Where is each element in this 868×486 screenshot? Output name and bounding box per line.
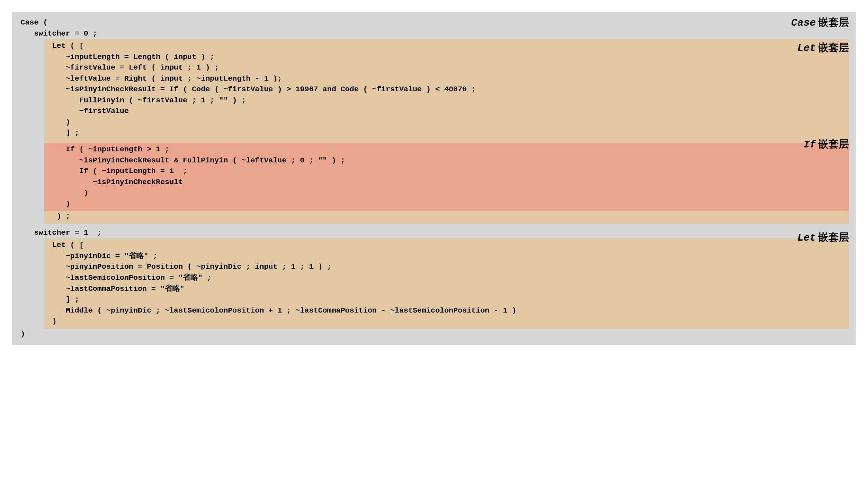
code-line: ~inputLength = Length ( input ) ; bbox=[44, 52, 849, 63]
code-line: ) bbox=[44, 199, 849, 210]
let-block-1: Let ( [ ~inputLength = Length ( input ) … bbox=[44, 39, 849, 224]
if-keyword: If bbox=[804, 139, 816, 151]
code-line: ~leftValue = Right ( input ; ~inputLengt… bbox=[44, 73, 849, 85]
let1-nesting-label: Let嵌套层 bbox=[797, 40, 849, 56]
let2-nesting-label: Let嵌套层 bbox=[797, 230, 849, 246]
code-line: ) bbox=[44, 188, 849, 199]
code-line: FullPinyin ( ~firstValue ; 1 ; "" ) ; bbox=[44, 95, 849, 106]
code-line: Middle ( ~pinyinDic ; ~lastSemicolonPosi… bbox=[44, 305, 849, 316]
code-line: If ( ~inputLength = 1 ; bbox=[44, 166, 849, 177]
code-line: ~pinyinDic = "省略" ; bbox=[44, 251, 849, 262]
code-line: ~pinyinPosition = Position ( ~pinyinDic … bbox=[44, 262, 849, 273]
code-line: ~firstValue = Left ( input ; 1 ) ; bbox=[44, 62, 849, 73]
code-line: Let ( [ bbox=[44, 240, 849, 251]
if-cn: 嵌套层 bbox=[818, 138, 849, 150]
code-line: Case ( bbox=[19, 17, 849, 28]
let2-keyword: Let bbox=[797, 232, 816, 244]
if-nesting-label: If嵌套层 bbox=[804, 137, 849, 153]
code-line: ~lastCommaPosition = "省略" bbox=[44, 284, 849, 295]
let1-cn: 嵌套层 bbox=[818, 41, 849, 53]
code-line: switcher = 0 ; bbox=[19, 28, 849, 40]
let-block-2: Let ( [ ~pinyinDic = "省略" ; ~pinyinPosit… bbox=[44, 238, 849, 328]
code-line: ) bbox=[44, 117, 849, 128]
code-line: If ( ~inputLength > 1 ; bbox=[44, 144, 849, 155]
code-line: Let ( [ bbox=[44, 41, 849, 52]
code-line: switcher = 1 ; bbox=[19, 228, 849, 239]
let2-cn: 嵌套层 bbox=[818, 231, 849, 243]
if-block: If ( ~inputLength > 1 ; ~isPinyinCheckRe… bbox=[44, 143, 849, 211]
code-line: ~isPinyinCheckResult = If ( Code ( ~firs… bbox=[44, 84, 849, 95]
code-line: ] ; bbox=[44, 294, 849, 305]
case-keyword: Case bbox=[791, 17, 816, 29]
code-line: ~lastSemicolonPosition = "省略" ; bbox=[44, 273, 849, 284]
code-diagram-container: Case嵌套层 Let嵌套层 If嵌套层 Let嵌套层 Case ( switc… bbox=[12, 12, 856, 345]
code-line: ) bbox=[44, 316, 849, 327]
code-line: ) bbox=[19, 329, 849, 340]
case-nesting-label: Case嵌套层 bbox=[791, 15, 849, 31]
code-line: ) ; bbox=[44, 211, 849, 222]
case-cn: 嵌套层 bbox=[818, 16, 849, 28]
code-line: ] ; bbox=[44, 128, 849, 139]
code-line: ~isPinyinCheckResult & FullPinyin ( ~lef… bbox=[44, 155, 849, 166]
code-line: ~firstValue bbox=[44, 106, 849, 117]
let1-keyword: Let bbox=[797, 42, 816, 54]
code-line: ~isPinyinCheckResult bbox=[44, 177, 849, 188]
